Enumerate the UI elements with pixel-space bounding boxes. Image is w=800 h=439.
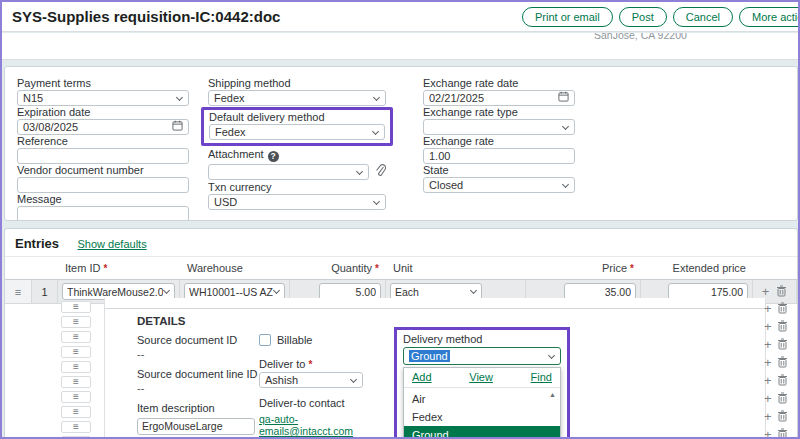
delete-row-icon[interactable] xyxy=(777,354,788,372)
attachment-label: Attachment? xyxy=(208,148,386,162)
grip-icon: ≡ xyxy=(73,316,79,327)
delete-row-icon[interactable] xyxy=(777,318,788,336)
col-warehouse: Warehouse xyxy=(180,256,290,280)
help-icon[interactable]: ? xyxy=(268,151,279,162)
find-link[interactable]: Find xyxy=(531,371,552,383)
option-ground[interactable]: Ground xyxy=(404,426,560,439)
option-air[interactable]: Air xyxy=(404,390,560,408)
txn-currency-label: Txn currency xyxy=(208,181,386,193)
details-column-2: Billable Deliver to* Ashish Deliver-to c… xyxy=(259,331,391,439)
row-grip-handle[interactable]: ≡ xyxy=(61,316,91,328)
calendar-icon[interactable] xyxy=(558,91,569,105)
details-title: DETAILS xyxy=(137,315,185,327)
calendar-icon[interactable] xyxy=(172,120,183,134)
delivery-method-combobox[interactable]: Ground xyxy=(403,347,561,365)
exchange-rate-date-input[interactable]: 02/21/2025 xyxy=(423,90,575,106)
item-description-label: Item description xyxy=(137,402,257,414)
add-row-icon[interactable]: + xyxy=(764,338,772,351)
col-rownum xyxy=(32,256,58,280)
row-actions-rail: + + + + + + + + + xyxy=(764,302,792,439)
col-item-id: Item ID* xyxy=(58,256,180,280)
source-document-id-value: -- xyxy=(137,348,257,360)
form-column-3: Exchange rate date 02/21/2025 Exchange r… xyxy=(423,77,575,193)
chevron-down-icon xyxy=(372,129,379,136)
vendor-document-number-label: Vendor document number xyxy=(17,164,189,176)
add-row-icon[interactable]: + xyxy=(764,428,772,439)
row-grip-handle[interactable]: ≡ xyxy=(61,376,91,388)
delete-row-icon[interactable] xyxy=(777,390,788,408)
source-document-id-label: Source document ID xyxy=(137,334,257,346)
vendor-document-number-input[interactable] xyxy=(17,177,189,193)
expiration-date-input[interactable]: 03/08/2025 xyxy=(17,119,189,135)
state-select[interactable]: Closed xyxy=(423,177,575,193)
add-link[interactable]: Add xyxy=(412,371,432,383)
default-delivery-method-select[interactable]: Fedex xyxy=(209,124,385,140)
chevron-down-icon xyxy=(163,288,170,295)
shipping-method-select[interactable]: Fedex xyxy=(208,90,386,106)
attachment-select[interactable] xyxy=(208,164,369,180)
chevron-down-icon xyxy=(373,199,380,206)
view-link[interactable]: View xyxy=(469,371,493,383)
more-actions-button[interactable]: More actions xyxy=(739,7,798,27)
delete-row-icon[interactable] xyxy=(777,336,788,354)
item-description-input[interactable] xyxy=(137,418,255,435)
add-row-icon[interactable]: + xyxy=(764,392,772,405)
row-grip-handle[interactable]: ≡ xyxy=(61,361,91,373)
show-defaults-link[interactable]: Show defaults xyxy=(78,238,147,250)
delete-row-icon[interactable] xyxy=(777,426,788,439)
print-or-email-button[interactable]: Print or email xyxy=(522,7,613,27)
details-section: DETAILS Source document ID -- Source doc… xyxy=(104,298,766,439)
form-column-1: Payment terms N15 Expiration date 03/08/… xyxy=(17,77,189,221)
scroll-up-icon[interactable]: ▲ xyxy=(549,391,556,398)
exchange-rate-field: Exchange rate xyxy=(423,135,575,164)
txn-currency-select[interactable]: USD xyxy=(208,194,386,210)
delete-row-icon[interactable] xyxy=(776,285,787,299)
entries-panel: Entries Show defaults Item ID* Warehouse… xyxy=(4,228,798,439)
row-grip-handle[interactable]: ≡ xyxy=(61,301,91,313)
row-grip-handle[interactable]: ≡ xyxy=(61,391,91,403)
message-label: Message xyxy=(17,193,189,205)
option-fedex[interactable]: Fedex xyxy=(404,408,560,426)
post-button[interactable]: Post xyxy=(619,7,667,27)
col-grip xyxy=(5,256,32,280)
row-actions: + xyxy=(764,302,792,315)
deliver-to-select[interactable]: Ashish xyxy=(259,372,363,388)
address-strip: SanJose, CA 92200 xyxy=(2,33,798,60)
exchange-rate-input[interactable] xyxy=(423,148,575,164)
grip-icon: ≡ xyxy=(73,391,79,402)
chevron-down-icon xyxy=(548,353,555,360)
row-grip-handle[interactable]: ≡ xyxy=(61,406,91,418)
row-actions: + xyxy=(764,410,792,423)
cancel-button[interactable]: Cancel xyxy=(673,7,733,27)
chevron-down-icon xyxy=(356,169,363,176)
deliver-to-contact-link[interactable]: qa-auto-emails@intacct.com xyxy=(259,413,391,437)
chevron-down-icon xyxy=(350,377,357,384)
chevron-down-icon xyxy=(176,95,183,102)
add-row-icon[interactable]: + xyxy=(764,410,772,423)
dropdown-option-list: ▲ Air Fedex Ground ▼ xyxy=(404,388,560,439)
chevron-down-icon xyxy=(373,95,380,102)
delete-row-icon[interactable] xyxy=(777,372,788,390)
row-grip-handle[interactable]: ≡ xyxy=(61,421,91,433)
paperclip-icon[interactable] xyxy=(375,163,386,181)
add-row-icon[interactable]: + xyxy=(762,285,770,298)
txn-currency-field: Txn currency USD xyxy=(208,181,386,210)
exchange-rate-type-select[interactable] xyxy=(423,119,575,135)
delete-row-icon[interactable] xyxy=(777,300,788,318)
payment-terms-select[interactable]: N15 xyxy=(17,90,189,106)
reference-input[interactable] xyxy=(17,148,189,164)
billable-checkbox[interactable] xyxy=(259,334,271,346)
exchange-rate-date-label: Exchange rate date xyxy=(423,77,575,89)
grip-icon: ≡ xyxy=(73,346,79,357)
add-row-icon[interactable]: + xyxy=(764,356,772,369)
reference-label: Reference xyxy=(17,135,189,147)
row-grip-handle[interactable]: ≡ xyxy=(61,346,91,358)
add-row-icon[interactable]: + xyxy=(764,320,772,333)
add-row-icon[interactable]: + xyxy=(764,374,772,387)
message-input[interactable] xyxy=(17,206,189,221)
billable-label: Billable xyxy=(277,334,312,346)
form-column-2: Shipping method Fedex Default delivery m… xyxy=(208,77,386,210)
delete-row-icon[interactable] xyxy=(777,408,788,426)
row-grip-handle[interactable]: ≡ xyxy=(61,331,91,343)
add-row-icon[interactable]: + xyxy=(764,302,772,315)
